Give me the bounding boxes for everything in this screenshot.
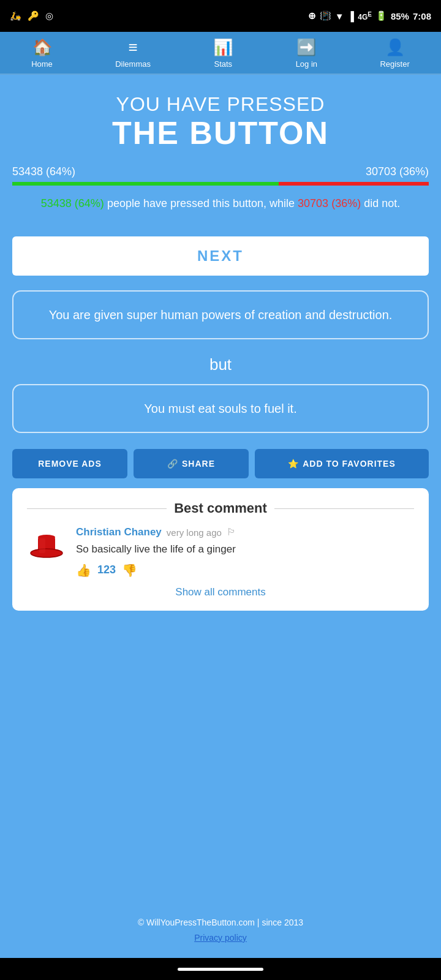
svg-rect-4 — [39, 538, 45, 553]
comment-content: Christian Chaney very long ago 🏳 So basi… — [76, 526, 414, 578]
home-bar — [0, 958, 441, 980]
rider-icon: 🛵 — [10, 10, 21, 21]
wifi-icon: ▼ — [335, 11, 344, 21]
nav-home-label: Home — [31, 59, 53, 69]
nav-register-label: Register — [380, 59, 409, 69]
next-button[interactable]: NEXT — [12, 236, 429, 276]
nav-stats[interactable]: 📊 Stats — [213, 38, 233, 69]
comment-author: Christian Chaney — [76, 526, 162, 538]
comment-divider-right — [274, 508, 414, 509]
progress-red — [279, 182, 429, 186]
battery-icon: 🔋 — [375, 10, 387, 21]
share-icon: 🔗 — [167, 459, 178, 469]
signal-icon: ▐ — [348, 11, 355, 21]
star-icon: ⭐ — [288, 459, 299, 469]
title-main: THE BUTTON — [112, 116, 329, 151]
progress-bar — [12, 182, 429, 186]
dilemma-condition-box: You are given super human powers of crea… — [12, 290, 429, 339]
comment-divider-left — [27, 508, 167, 509]
footer-copyright: © WillYouPressTheButton.com | since 2013 — [12, 915, 429, 930]
show-all-comments-link[interactable]: Show all comments — [175, 586, 265, 598]
stats-icon: 📊 — [213, 38, 233, 57]
nav-login-label: Log in — [296, 59, 317, 69]
add-to-favorites-button[interactable]: ⭐ ADD TO FAVORITES — [255, 449, 429, 478]
footer: © WillYouPressTheButton.com | since 2013… — [0, 903, 441, 958]
flag-icon: 🏳 — [227, 527, 236, 538]
nav-dilemmas-label: Dilemmas — [115, 59, 151, 69]
4g-icon: 4GE — [358, 11, 372, 21]
nav-dilemmas[interactable]: ≡ Dilemmas — [115, 38, 151, 69]
thumbs-up-icon[interactable]: 👍 — [76, 563, 91, 578]
dilemma-consequence-text: You must eat souls to fuel it. — [144, 402, 296, 415]
comment-body: Christian Chaney very long ago 🏳 So basi… — [27, 526, 414, 578]
time: 7:08 — [413, 11, 431, 21]
dilemma-condition-text: You are given super human powers of crea… — [49, 308, 393, 322]
progress-green — [12, 182, 279, 186]
dilemma-consequence-box: You must eat souls to fuel it. — [12, 384, 429, 433]
nav-login[interactable]: ➡️ Log in — [296, 38, 317, 69]
thumbs-down-icon[interactable]: 👎 — [122, 563, 137, 578]
nav-register[interactable]: 👤 Register — [380, 38, 409, 69]
stats-section: 53438 (64%) 30703 (36%) 53438 (64%) peop… — [12, 165, 429, 212]
status-bar: 🛵 🔑 ◎ ⊕ 📳 ▼ ▐ 4GE 🔋 85% 7:08 — [0, 0, 441, 32]
stats-description: 53438 (64%) people have pressed this but… — [12, 195, 429, 212]
main-content: YOU HAVE PRESSED THE BUTTON 53438 (64%) … — [0, 75, 441, 903]
battery-percent: 85% — [391, 11, 409, 21]
status-left-icons: 🛵 🔑 ◎ — [10, 10, 53, 21]
stats-green-text: 53438 (64%) — [41, 197, 104, 209]
stats-labels: 53438 (64%) 30703 (36%) — [12, 165, 429, 178]
share-button[interactable]: 🔗 SHARE — [134, 449, 249, 478]
sync-icon: ⊕ — [308, 10, 316, 21]
favorites-label: ADD TO FAVORITES — [303, 459, 396, 469]
nav-home[interactable]: 🏠 Home — [31, 38, 53, 69]
privacy-policy-link[interactable]: Privacy policy — [194, 933, 247, 943]
stats-left-label: 53438 (64%) — [12, 165, 75, 178]
remove-ads-button[interactable]: REMOVE ADS — [12, 449, 127, 478]
home-icon: 🏠 — [32, 38, 52, 57]
footer-privacy[interactable]: Privacy policy — [12, 930, 429, 946]
title-section: YOU HAVE PRESSED THE BUTTON — [112, 93, 329, 151]
stats-right-label: 30703 (36%) — [366, 165, 429, 178]
home-indicator — [178, 968, 263, 971]
comment-title: Best comment — [174, 500, 267, 516]
comment-title-row: Best comment — [27, 500, 414, 516]
target-icon: ◎ — [45, 10, 53, 21]
best-comment-card: Best comment Ch — [12, 488, 429, 611]
status-right-icons: ⊕ 📳 ▼ ▐ 4GE 🔋 85% 7:08 — [308, 10, 431, 21]
vote-count: 123 — [97, 564, 116, 576]
show-comments[interactable]: Show all comments — [27, 586, 414, 598]
key-icon: 🔑 — [28, 10, 39, 21]
action-buttons: REMOVE ADS 🔗 SHARE ⭐ ADD TO FAVORITES — [12, 449, 429, 478]
nav-stats-label: Stats — [214, 59, 232, 69]
comment-time: very long ago — [167, 527, 222, 538]
vibrate-icon: 📳 — [320, 10, 331, 21]
stats-red-text: 30703 (36%) — [298, 197, 361, 209]
but-text: but — [209, 355, 232, 374]
register-icon: 👤 — [385, 38, 405, 57]
title-top: YOU HAVE PRESSED — [112, 93, 329, 116]
comment-text: So basically live the life of a ginger — [76, 542, 414, 557]
share-label: SHARE — [182, 459, 215, 469]
avatar — [27, 526, 66, 565]
dilemmas-icon: ≡ — [128, 38, 137, 57]
comment-votes: 👍 123 👎 — [76, 563, 414, 578]
login-icon: ➡️ — [296, 38, 316, 57]
nav-bar: 🏠 Home ≡ Dilemmas 📊 Stats ➡️ Log in 👤 Re… — [0, 32, 441, 75]
comment-author-row: Christian Chaney very long ago 🏳 — [76, 526, 414, 538]
